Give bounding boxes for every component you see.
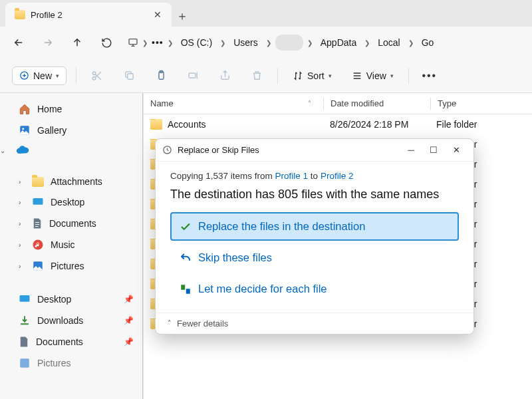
- pictures-icon: [32, 260, 44, 272]
- refresh-button[interactable]: [94, 31, 118, 55]
- sidebar-item-desktop[interactable]: › Desktop: [0, 192, 143, 213]
- svg-rect-16: [181, 285, 185, 290]
- file-name: Accounts: [168, 119, 206, 130]
- crumb-appdata[interactable]: AppData: [317, 35, 360, 51]
- file-type: File folder: [430, 119, 532, 130]
- crumb-local[interactable]: Local: [374, 35, 404, 51]
- pin-icon: 📌: [124, 337, 134, 346]
- gallery-icon: [19, 124, 31, 136]
- sidebar-item-gallery[interactable]: Gallery: [0, 120, 143, 141]
- rename-button[interactable]: [182, 65, 204, 87]
- sidebar-item-home[interactable]: Home: [0, 98, 143, 120]
- column-date[interactable]: Date modified: [324, 98, 430, 108]
- svg-rect-14: [20, 358, 29, 368]
- crumb-user[interactable]: [275, 35, 303, 51]
- chevron-right-icon[interactable]: ❯: [265, 39, 273, 47]
- copy-button[interactable]: [118, 65, 140, 87]
- clock-icon: [162, 145, 172, 155]
- close-button[interactable]: ✕: [446, 142, 467, 159]
- source-link[interactable]: Profile 1: [275, 171, 309, 181]
- chevron-right-icon[interactable]: ›: [19, 199, 21, 206]
- ellipsis-icon[interactable]: •••: [152, 37, 164, 48]
- view-button[interactable]: View ▾: [346, 68, 399, 84]
- chevron-up-icon: ˄: [168, 319, 172, 328]
- replace-or-skip-dialog: Replace or Skip Files ─ ☐ ✕ Copying 1,53…: [155, 138, 474, 334]
- maximize-button[interactable]: ☐: [423, 142, 444, 159]
- sidebar-item-label: Desktop: [37, 294, 71, 305]
- fewer-details-toggle[interactable]: ˄ Fewer details: [156, 313, 473, 334]
- undo-icon: [180, 252, 192, 264]
- svg-rect-4: [127, 74, 133, 80]
- delete-button[interactable]: [245, 65, 268, 87]
- tab-strip: Profile 2 ✕ ＋: [0, 0, 532, 27]
- sidebar-quick-downloads[interactable]: Downloads 📌: [0, 310, 143, 331]
- chevron-right-icon[interactable]: ❯: [219, 39, 227, 47]
- new-button[interactable]: New ▾: [12, 66, 66, 85]
- desktop-icon: [32, 196, 44, 208]
- option-label: Replace the files in the destination: [198, 220, 365, 233]
- sidebar-item-label: Pictures: [51, 261, 84, 271]
- chevron-down-icon[interactable]: ⌄: [0, 147, 5, 154]
- dialog-headline: The destination has 805 files with the s…: [170, 188, 459, 201]
- dialog-title: Replace or Skip Files: [178, 145, 259, 155]
- music-icon: [32, 239, 44, 251]
- cut-button[interactable]: [86, 65, 108, 87]
- sidebar-item-onedrive[interactable]: ⌄: [0, 141, 143, 160]
- dialog-subtext: Copying 1,537 items from Profile 1 to Pr…: [170, 171, 459, 181]
- option-label: Skip these files: [198, 251, 272, 264]
- paste-button[interactable]: [150, 65, 172, 87]
- option-label: Let me decide for each file: [198, 283, 327, 295]
- chevron-right-icon[interactable]: ❯: [407, 39, 415, 47]
- dest-link[interactable]: Profile 2: [321, 171, 354, 181]
- tab-profile2[interactable]: Profile 2 ✕: [5, 3, 172, 27]
- chevron-right-icon[interactable]: ❯: [166, 39, 174, 47]
- sidebar-quick-documents[interactable]: Documents 📌: [0, 331, 143, 352]
- navigation-bar: ❯ ••• ❯ OS (C:) ❯ Users ❯ ❯ AppData ❯ Lo…: [0, 27, 532, 59]
- forward-button[interactable]: [36, 31, 60, 55]
- fewer-details-label: Fewer details: [177, 319, 228, 329]
- sidebar-item-pictures[interactable]: › Pictures: [0, 255, 143, 277]
- sort-button[interactable]: Sort ▾: [287, 68, 337, 84]
- column-type[interactable]: Type: [431, 98, 532, 108]
- more-button[interactable]: •••: [418, 65, 441, 87]
- sidebar-quick-desktop[interactable]: Desktop 📌: [0, 289, 143, 310]
- new-label: New: [33, 70, 52, 81]
- new-tab-button[interactable]: ＋: [172, 5, 193, 27]
- share-button[interactable]: [213, 65, 236, 87]
- chevron-right-icon[interactable]: ❯: [141, 39, 149, 47]
- up-button[interactable]: [65, 31, 89, 55]
- svg-rect-17: [186, 289, 190, 294]
- back-button[interactable]: [7, 31, 31, 55]
- table-row[interactable]: Accounts8/26/2024 2:18 PMFile folder: [144, 114, 532, 134]
- option-skip[interactable]: Skip these files: [170, 243, 459, 272]
- pin-icon: 📌: [124, 316, 134, 325]
- sidebar-item-music[interactable]: › Music: [0, 234, 143, 255]
- crumb-users[interactable]: Users: [229, 35, 262, 51]
- sidebar-item-label: Pictures: [37, 358, 71, 368]
- svg-point-2: [92, 72, 96, 75]
- sidebar-quick-pictures[interactable]: Pictures: [0, 352, 143, 374]
- chevron-right-icon[interactable]: ›: [19, 220, 21, 227]
- check-icon: [180, 221, 192, 233]
- minimize-button[interactable]: ─: [400, 142, 422, 159]
- option-decide[interactable]: Let me decide for each file: [170, 275, 459, 303]
- crumb-os[interactable]: OS (C:): [177, 35, 216, 51]
- chevron-right-icon[interactable]: ›: [19, 263, 21, 270]
- svg-rect-0: [129, 39, 137, 45]
- chevron-right-icon[interactable]: ›: [19, 178, 21, 186]
- sidebar-item-documents[interactable]: › Documents: [0, 213, 143, 234]
- view-label: View: [366, 70, 386, 81]
- pc-icon: [128, 37, 138, 48]
- chevron-right-icon[interactable]: ❯: [306, 39, 314, 47]
- option-replace[interactable]: Replace the files in the destination: [170, 212, 459, 241]
- close-tab-icon[interactable]: ✕: [153, 10, 162, 19]
- crumb-go[interactable]: Go: [418, 35, 438, 51]
- chevron-right-icon[interactable]: ›: [19, 241, 21, 249]
- folder-icon: [150, 119, 162, 130]
- sidebar-item-label: Desktop: [51, 197, 84, 207]
- breadcrumb[interactable]: ❯ ••• ❯ OS (C:) ❯ Users ❯ ❯ AppData ❯ Lo…: [124, 31, 525, 54]
- chevron-right-icon[interactable]: ❯: [363, 39, 371, 47]
- document-icon: [19, 336, 29, 348]
- sidebar-item-attachments[interactable]: › Attachments: [0, 172, 143, 192]
- column-name[interactable]: Name˄: [144, 98, 323, 108]
